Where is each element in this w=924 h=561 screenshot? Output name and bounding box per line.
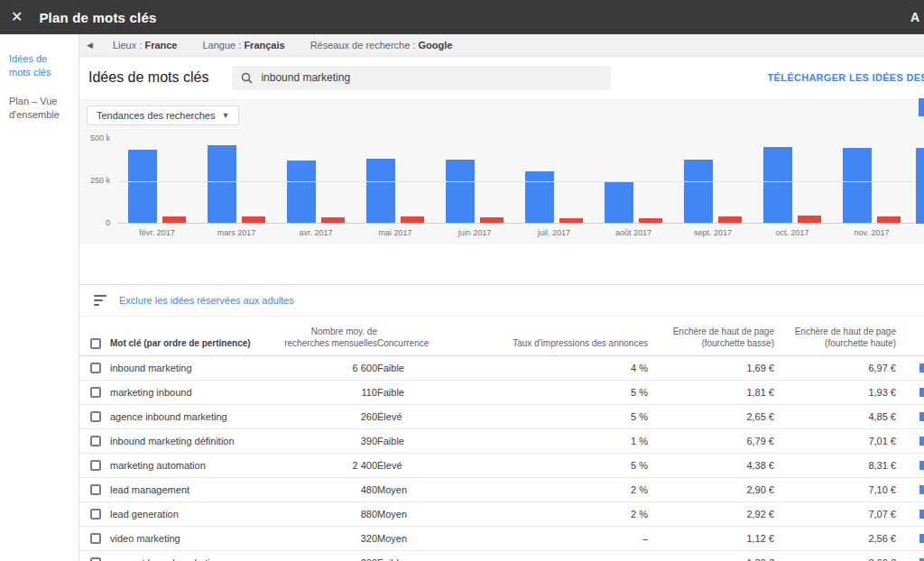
- keyword-cell: inbound marketing: [110, 363, 278, 373]
- select-all-checkbox[interactable]: [90, 338, 101, 349]
- bid-high-cell: 2,56 €: [774, 533, 896, 544]
- avg-searches-cell: 390: [278, 436, 377, 446]
- table-filter-row: Exclure les idées réservées aux adultes: [79, 284, 924, 317]
- row-edge-accent: [919, 437, 924, 446]
- close-icon[interactable]: ✕: [11, 10, 23, 24]
- row-edge-accent: [919, 461, 924, 470]
- impression-share-cell: 1 %: [513, 436, 648, 446]
- bid-high-cell: 7,07 €: [774, 509, 896, 520]
- impression-share-cell: 2 %: [513, 484, 648, 495]
- gridline: [117, 181, 924, 182]
- avg-searches-cell: 6 600: [278, 363, 377, 373]
- x-axis-label: juil. 2017: [514, 228, 594, 237]
- table-row[interactable]: agence inbound marketing260Élevé5 %2,65 …: [79, 405, 924, 429]
- row-edge-accent: [919, 510, 924, 519]
- row-checkbox[interactable]: [90, 557, 101, 561]
- bid-low-cell: 2,90 €: [648, 484, 774, 495]
- filter-networks-value: Google: [418, 40, 452, 51]
- table-row[interactable]: marketing inbound110Faible5 %1,81 €1,93 …: [79, 381, 924, 405]
- sidebar-item-idees-de-mots-cles[interactable]: Idées de mots clés: [0, 45, 79, 87]
- avg-searches-cell: 480: [278, 484, 377, 495]
- targeting-filter-bar: ◀ Lieux : France Langue : Français Résea…: [79, 34, 924, 57]
- competition-cell: Faible: [377, 363, 513, 373]
- filter-language-label: Langue :: [202, 40, 241, 51]
- bid-low-cell: 6,79 €: [648, 436, 774, 446]
- search-value: inbound marketing: [261, 71, 350, 84]
- topbar-right-partial[interactable]: A: [910, 10, 919, 24]
- filter-locations-value: France: [144, 40, 177, 51]
- table-row[interactable]: inbound marketing6 600Faible4 %1,69 €6,9…: [79, 356, 924, 381]
- exclude-adult-ideas-link[interactable]: Exclure les idées réservées aux adultes: [119, 295, 294, 306]
- spacer: [79, 244, 924, 284]
- sidebar-item-plan-vue-ensemble[interactable]: Plan – Vue d'ensemble: [0, 87, 79, 130]
- column-header-impression-share[interactable]: Taux d'impressions des annonces: [513, 337, 648, 349]
- right-edge-accent: [919, 98, 924, 116]
- row-checkbox[interactable]: [90, 460, 101, 471]
- row-checkbox[interactable]: [90, 484, 101, 495]
- filter-networks[interactable]: Réseaux de recherche : Google: [310, 40, 453, 51]
- row-checkbox[interactable]: [90, 411, 101, 422]
- avg-searches-cell: 260: [278, 557, 377, 561]
- competition-cell: Moyen: [377, 533, 513, 544]
- main-content: ◀ Lieux : France Langue : Français Résea…: [79, 34, 924, 561]
- x-axis-label: févr. 2017: [117, 228, 197, 237]
- row-edge-accent: [919, 534, 924, 543]
- toolbar: Idées de mots clés inbound marketing TÉL…: [79, 57, 924, 98]
- download-ideas-button[interactable]: TÉLÉCHARGER LES IDÉES DES: [768, 72, 924, 83]
- table-row[interactable]: inbound marketing définition390Faible1 %…: [79, 429, 924, 454]
- chart-bar-group: [832, 148, 911, 224]
- table-row[interactable]: video marketing320Moyen–1,12 €2,56 €: [79, 527, 924, 551]
- search-trends-section: Tendances des recherches ▼ 500 k 250 k 0…: [79, 98, 924, 244]
- filter-icon[interactable]: [94, 295, 106, 306]
- row-edge-accent: [919, 412, 924, 421]
- chart-bar-group: [594, 182, 673, 225]
- competition-cell: Moyen: [377, 484, 513, 495]
- column-header-bid-low[interactable]: Enchère de haut de page (fourchette bass…: [648, 326, 774, 349]
- chart-bar-blue: [684, 160, 713, 224]
- impression-share-cell: 5 %: [513, 387, 648, 398]
- trend-chart: 500 k 250 k 0 févr. 2017mars 2017avr. 20…: [117, 138, 924, 237]
- avg-searches-cell: 110: [278, 387, 377, 398]
- x-axis-label: oct. 2017: [753, 228, 832, 237]
- bid-low-cell: 2,92 €: [648, 509, 774, 520]
- filter-language[interactable]: Langue : Français: [202, 40, 284, 51]
- chart-bar-group: [673, 160, 753, 224]
- x-axis-label: sept. 2017: [673, 228, 753, 237]
- row-checkbox[interactable]: [90, 363, 101, 373]
- row-checkbox[interactable]: [90, 533, 101, 544]
- bid-high-cell: 8,31 €: [774, 460, 896, 471]
- trend-dropdown-button[interactable]: Tendances des recherches ▼: [87, 106, 239, 125]
- x-axis-label: mai 2017: [356, 228, 435, 237]
- impression-share-cell: 5 %: [513, 411, 648, 422]
- chart-bar-group: [356, 159, 435, 224]
- table-row[interactable]: marketing automation2 400Élevé5 %4,38 €8…: [79, 454, 924, 478]
- row-checkbox[interactable]: [90, 387, 101, 398]
- table-row[interactable]: lead generation880Moyen2 %2,92 €7,07 €: [79, 502, 924, 527]
- table-row[interactable]: account based marketing260Faible–1,39 €3…: [79, 551, 924, 561]
- x-axis-label: juin 2017: [435, 228, 514, 237]
- table-header-row: Mot clé (par ordre de pertinence) Nombre…: [79, 317, 924, 356]
- back-arrow-icon[interactable]: ◀: [87, 41, 93, 50]
- chart-bar-blue: [128, 150, 157, 224]
- avg-searches-cell: 260: [278, 411, 377, 422]
- chart-bar-group: [435, 160, 514, 224]
- keyword-ideas-table: Mot clé (par ordre de pertinence) Nombre…: [79, 317, 924, 561]
- column-header-keyword[interactable]: Mot clé (par ordre de pertinence): [110, 337, 278, 349]
- column-header-competition[interactable]: Concurrence: [377, 337, 513, 349]
- chart-bar-group: [514, 171, 594, 224]
- section-title: Idées de mots clés: [88, 69, 208, 86]
- chart-bar-group: [753, 147, 832, 225]
- chart-bar-group: [276, 161, 356, 224]
- row-checkbox[interactable]: [90, 509, 101, 520]
- column-header-bid-high[interactable]: Enchère de haut de page (fourchette haut…: [774, 326, 896, 349]
- row-checkbox[interactable]: [90, 436, 101, 446]
- keyword-search-input[interactable]: inbound marketing: [232, 66, 611, 90]
- topbar: ✕ Plan de mots clés A: [0, 0, 924, 34]
- table-row[interactable]: lead management480Moyen2 %2,90 €7,10 €: [79, 478, 924, 502]
- keyword-cell: account based marketing: [110, 557, 278, 561]
- chevron-down-icon: ▼: [221, 111, 229, 120]
- x-axis-label: mars 2017: [197, 228, 276, 237]
- column-header-avg-searches[interactable]: Nombre moy. de recherches mensuelles: [278, 326, 377, 349]
- keyword-cell: lead generation: [110, 509, 278, 520]
- filter-locations[interactable]: Lieux : France: [113, 40, 178, 51]
